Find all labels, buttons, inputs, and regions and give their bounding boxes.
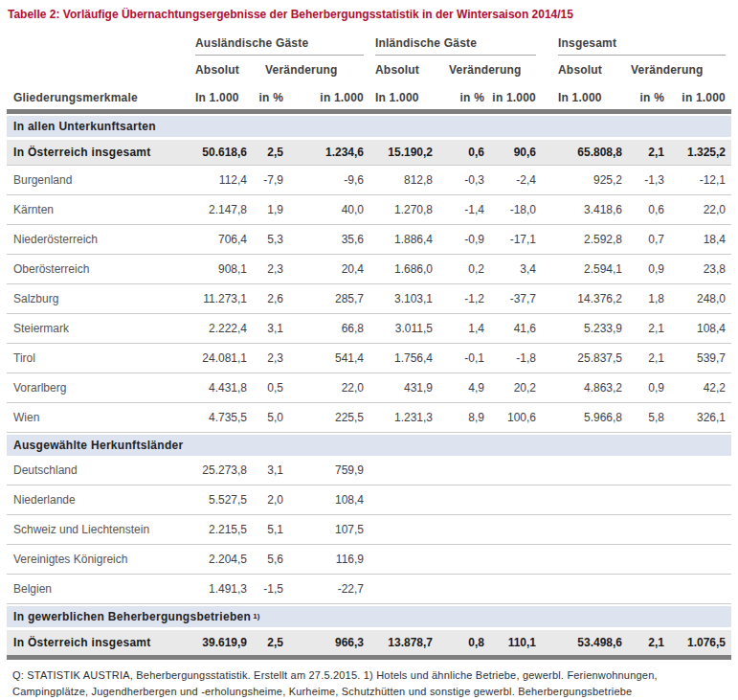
footnote-marker: 1) [253,612,260,621]
section-header-commercial-establishments: In gewerblichen Beherbergungsbetrieben1) [7,606,731,627]
cell: 40,0 [283,203,364,216]
statistics-table-page: Tabelle 2: Vorläufige Übernachtungsergeb… [0,0,738,700]
cell: 812,8 [364,173,433,187]
cell: 2,3 [247,351,283,365]
header-group-row: Ausländische Gäste Inländische Gäste Ins… [7,33,731,56]
cell: 2,6 [247,292,283,305]
row-label: Belgien [7,582,195,596]
col-group-domestic-guests: Inländische Gäste [375,36,536,56]
cell: -1,8 [484,351,536,365]
cell: 2,1 [622,636,664,649]
cell: 5,0 [247,411,283,424]
row-label: Deutschland [7,463,195,477]
row-label: In Österreich insgesamt [7,146,195,159]
cell: 23,8 [664,262,726,276]
cell: 0,9 [622,381,664,395]
cell: 5.966,8 [536,411,622,424]
section-title: Ausgewählte Herkunftsländer [13,439,183,452]
cell: 2.592,8 [536,233,622,246]
cell: 1,8 [622,292,664,305]
unit-header-in-percent: in % [622,91,664,109]
cell: -18,0 [484,203,536,216]
cell: 116,9 [283,553,364,566]
cell: 53.498,6 [536,636,622,649]
cell: 2,3 [247,262,283,276]
cell: 107,5 [283,523,364,536]
cell: 22,0 [664,203,726,216]
cell: 25.837,5 [536,351,622,365]
cell: 0,2 [433,262,484,276]
states-rows: Burgenland 112,4 -7,9 -9,6 812,8 -0,3 -2… [7,166,731,433]
cell: 326,1 [664,411,726,424]
row-label: Salzburg [7,292,195,305]
cell: 42,2 [664,381,726,395]
row-label-column-title: Gliederungsmerkmale [7,91,195,109]
cell: 5,6 [247,553,283,566]
cell: 1.325,2 [664,146,726,159]
cell: 2,1 [622,351,664,365]
unit-header-in-1000: in 1.000 [484,91,536,109]
cell: 1,4 [433,322,484,335]
cell: 908,1 [195,262,247,276]
row-label: Kärnten [7,203,195,216]
table-row: Steiermark 2.222,4 3,1 66,8 3.011,5 1,4 … [7,314,731,344]
cell: 541,4 [283,351,364,365]
cell: 5,8 [622,411,664,424]
table-row: Kärnten 2.147,8 1,9 40,0 1.270,8 -1,4 -1… [7,195,731,225]
cell: 1.686,0 [364,262,433,276]
row-label: Burgenland [7,173,195,187]
cell: -1,4 [433,203,484,216]
cell: 0,6 [622,203,664,216]
table-row: Deutschland 25.273,8 3,1 759,9 [7,456,731,485]
cell: 0,8 [433,636,484,649]
row-label: Schweiz und Liechtenstein [7,523,195,536]
cell: 3.011,5 [364,322,433,335]
table-row: Niederösterreich 706,4 5,3 35,6 1.886,4 … [7,225,731,255]
col-header-absolut: Absolut [536,63,622,77]
unit-header-in-1000: In 1.000 [536,91,622,109]
cell: 2.215,5 [195,523,247,536]
cell: 100,6 [484,411,536,424]
header-divider-bar [7,109,731,114]
cell: 925,2 [536,173,622,187]
cell: 1.234,6 [283,146,364,159]
cell: 15.190,2 [364,146,433,159]
cell: 1.231,3 [364,411,433,424]
cell: 3.103,1 [364,292,433,305]
col-group-total: Insgesamt [558,36,726,56]
footer-divider-bar [7,655,731,660]
col-header-veraenderung: Veränderung [622,63,726,77]
table-row: Belgien 1.491,3 -1,5 -22,7 [7,575,731,604]
row-label: Vereinigtes Königreich [7,553,195,566]
cell: 50.618,6 [195,146,247,159]
cell: 3,1 [247,463,283,477]
cell: 66,8 [283,322,364,335]
cell: 22,0 [283,381,364,395]
row-label: Tirol [7,351,195,365]
cell: -0,9 [433,233,484,246]
row-label: In Österreich insgesamt [7,636,195,649]
cell: 225,5 [283,411,364,424]
table-row: Vorarlberg 4.431,8 0,5 22,0 431,9 4,9 20… [7,373,731,403]
header-units-row: Gliederungsmerkmale In 1.000 in % in 1.0… [7,84,731,109]
header-subgroup-row: Absolut Veränderung Absolut Veränderung … [7,56,731,84]
unit-header-in-percent: in % [433,91,484,109]
cell: 285,7 [283,292,364,305]
unit-header-in-1000: In 1.000 [364,91,433,109]
table-title: Tabelle 2: Vorläufige Übernachtungsergeb… [7,8,731,21]
cell: 0,5 [247,381,283,395]
cell: 759,9 [283,463,364,477]
table-row: Salzburg 11.273,1 2,6 285,7 3.103,1 -1,2… [7,284,731,314]
cell: -0,1 [433,351,484,365]
table-row: Vereinigtes Königreich 2.204,5 5,6 116,9 [7,545,731,575]
cell: -2,4 [484,173,536,187]
cell: 11.273,1 [195,292,247,305]
section-title: In gewerblichen Beherbergungsbetrieben [13,610,251,623]
cell: 4.863,2 [536,381,622,395]
cell: -22,7 [283,582,364,596]
cell: 0,9 [622,262,664,276]
cell: 20,4 [283,262,364,276]
cell: 5.233,9 [536,322,622,335]
cell: 966,3 [283,636,364,649]
cell: 2,0 [247,493,283,507]
